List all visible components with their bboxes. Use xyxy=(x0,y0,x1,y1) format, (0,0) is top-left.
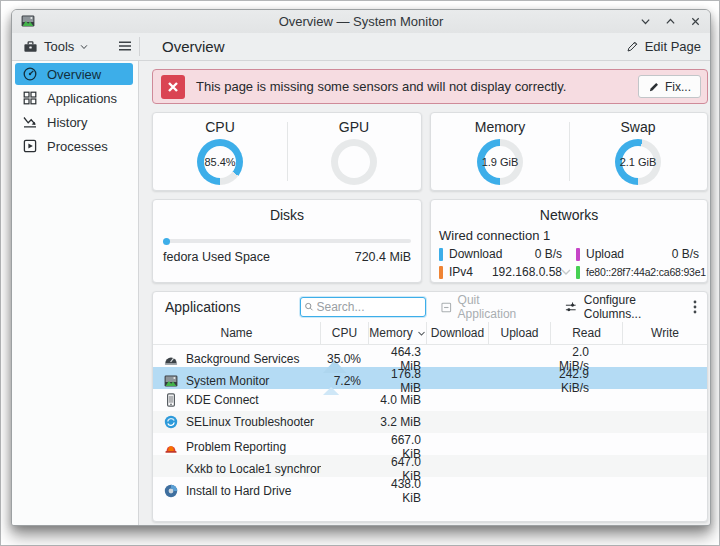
cell-write xyxy=(623,411,707,433)
column-header-label: Memory xyxy=(369,326,412,340)
cell-value: 35.0% xyxy=(321,352,369,366)
cell-value: 438.0 KiB xyxy=(369,477,427,505)
edit-page-button[interactable]: Edit Page xyxy=(626,39,701,54)
column-header-download[interactable]: Download xyxy=(427,322,489,344)
cell-download xyxy=(427,389,489,411)
edit-page-label: Edit Page xyxy=(645,39,701,54)
network-stat-label: Upload xyxy=(586,247,624,261)
gauge-value: 85.4% xyxy=(197,139,243,185)
alarm-icon xyxy=(163,439,179,455)
minimize-icon[interactable] xyxy=(639,16,651,28)
gauge-title: Swap xyxy=(620,119,655,135)
sidebar-item-processes[interactable]: Processes xyxy=(15,135,133,157)
applications-card: Applications Quit Application Configure … xyxy=(152,291,708,522)
content-area: This page is missing some sensors and wi… xyxy=(139,61,710,525)
network-stat-label: Download xyxy=(449,247,502,261)
cell-write xyxy=(623,477,707,505)
sort-descending-icon xyxy=(417,329,426,338)
table-body: Background Services35.0%464.3 MiB2.0 MiB… xyxy=(153,345,707,499)
cell-write xyxy=(623,389,707,411)
cell-memory: 438.0 KiB xyxy=(369,477,427,505)
disk-label: fedora Used Space xyxy=(163,250,270,264)
cell-memory: 176.8 MiB xyxy=(369,367,427,395)
maximize-icon[interactable] xyxy=(664,16,676,28)
history-icon xyxy=(22,114,38,130)
fix-button[interactable]: Fix... xyxy=(638,75,701,98)
install-icon xyxy=(163,483,179,499)
network-stat-value: 0 B/s xyxy=(535,247,562,261)
disk-usage-bar xyxy=(163,239,411,243)
gauge-value xyxy=(331,139,377,185)
networks-title: Networks xyxy=(431,200,707,223)
legend-color-bar xyxy=(576,248,580,261)
page-title: Overview xyxy=(162,38,225,55)
sidebar-item-history[interactable]: History xyxy=(15,111,133,133)
cell-upload xyxy=(489,389,551,411)
quit-application-label: Quit Application xyxy=(458,293,539,321)
table-row[interactable]: System Monitor7.2%176.8 MiB242.9 KiB/s xyxy=(153,367,707,389)
table-row[interactable]: SELinux Troubleshooter3.2 MiB xyxy=(153,411,707,433)
table-row[interactable]: Install to Hard Drive438.0 KiB xyxy=(153,477,707,499)
disk-value: 720.4 MiB xyxy=(355,250,411,264)
cell-value: 176.8 MiB xyxy=(369,367,427,395)
sidebar-item-label: Processes xyxy=(47,139,108,154)
column-header-upload[interactable]: Upload xyxy=(489,322,551,344)
system-monitor-icon xyxy=(20,13,36,29)
cell-value: 4.0 MiB xyxy=(369,393,427,407)
legend-color-bar xyxy=(439,266,443,279)
table-row[interactable]: Kxkb to Locale1 synchronizatio...647.0 K… xyxy=(153,455,707,477)
titlebar[interactable]: Overview — System Monitor xyxy=(12,10,710,33)
cell-name: System Monitor xyxy=(153,373,321,389)
sidebar: OverviewApplicationsHistoryProcesses xyxy=(12,61,139,525)
pencil-icon xyxy=(648,81,660,93)
processes-icon xyxy=(22,138,38,154)
search-input[interactable] xyxy=(315,300,422,314)
process-name: Kxkb to Locale1 synchronizatio... xyxy=(186,462,321,476)
cell-name: Background Services xyxy=(153,351,321,367)
configure-columns-icon xyxy=(564,301,578,314)
overview-icon xyxy=(22,66,38,82)
system-monitor-window: Overview — System Monitor Tools Overview… xyxy=(11,9,711,526)
network-stat-value: 0 B/s xyxy=(672,247,699,261)
chevron-down-icon xyxy=(79,42,89,52)
applications-header: Applications Quit Application Configure … xyxy=(153,292,707,322)
process-name: KDE Connect xyxy=(186,393,259,407)
error-icon xyxy=(161,75,185,99)
gauge-title: GPU xyxy=(339,119,369,135)
memory-swap-card: Memory 1.9 GiB Swap 2.1 GiB xyxy=(430,112,708,191)
hamburger-icon[interactable] xyxy=(117,39,133,53)
disk-usage-fill xyxy=(163,238,170,245)
close-icon[interactable] xyxy=(689,16,701,28)
network-connection-name: Wired connection 1 xyxy=(439,228,699,243)
column-header-write[interactable]: Write xyxy=(623,322,707,344)
gauge-value: 2.1 GiB xyxy=(615,139,661,185)
sidebar-item-applications[interactable]: Applications xyxy=(15,87,133,109)
configure-columns-button[interactable]: Configure Columns... xyxy=(564,293,693,321)
window-title: Overview — System Monitor xyxy=(12,14,710,29)
gauge-title: Memory xyxy=(475,119,526,135)
memory-gauge: Memory 1.9 GiB xyxy=(431,113,569,190)
table-row[interactable]: Background Services35.0%464.3 MiB2.0 MiB… xyxy=(153,345,707,367)
quit-application-button[interactable]: Quit Application xyxy=(440,293,538,321)
table-row[interactable]: Problem Reporting667.0 KiB xyxy=(153,433,707,455)
disks-title: Disks xyxy=(153,200,421,223)
process-name: System Monitor xyxy=(186,374,269,388)
selinux-icon xyxy=(163,414,179,430)
window-controls xyxy=(639,10,701,33)
cell-cpu xyxy=(321,477,369,505)
network-stat-value: 192.168.0.58 xyxy=(492,265,562,279)
phone-icon xyxy=(163,392,179,408)
sidebar-item-label: History xyxy=(47,115,87,130)
network-stat-label: IPv4 xyxy=(449,265,473,279)
column-header-cpu[interactable]: CPU xyxy=(321,322,369,344)
desktop-canvas: Overview — System Monitor Tools Overview… xyxy=(0,0,720,546)
overflow-menu-icon[interactable] xyxy=(693,299,699,315)
cell-cpu xyxy=(321,411,369,433)
column-header-memory[interactable]: Memory xyxy=(369,322,427,344)
sidebar-item-overview[interactable]: Overview xyxy=(15,63,133,85)
tools-menu-button[interactable]: Tools xyxy=(23,39,89,55)
column-header-name[interactable]: Name xyxy=(153,322,321,344)
column-header-read[interactable]: Read xyxy=(551,322,623,344)
applications-title: Applications xyxy=(165,299,300,315)
table-row[interactable]: KDE Connect4.0 MiB xyxy=(153,389,707,411)
